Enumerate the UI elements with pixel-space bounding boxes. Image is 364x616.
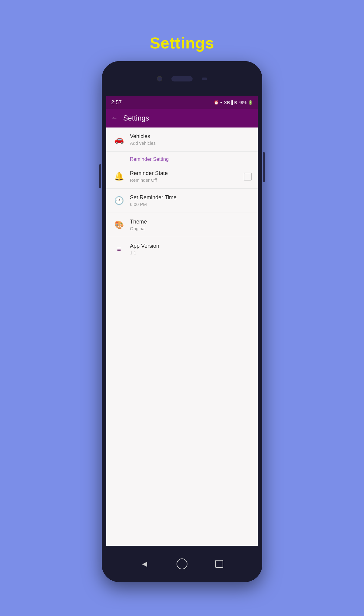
app-version-text: App Version 1.1: [130, 243, 252, 255]
settings-item-theme[interactable]: 🎨 Theme Original: [106, 213, 258, 237]
settings-item-reminder-state[interactable]: 🔔 Reminder State Reminder Off: [106, 164, 258, 189]
front-camera: [157, 76, 162, 81]
side-button-power: [263, 152, 265, 182]
vehicles-title: Vehicles: [130, 133, 252, 140]
palette-icon: 🎨: [112, 220, 126, 230]
recent-square-icon: [215, 560, 223, 568]
page-title: Settings: [150, 34, 214, 52]
status-bar: 2:57 ⏰ ▾ ✕R ▌R 48% 🔋: [106, 96, 258, 109]
settings-item-reminder-time[interactable]: 🕐 Set Reminder Time 6:00 PM: [106, 189, 258, 213]
reminder-state-text: Reminder State Reminder Off: [130, 170, 244, 183]
reminder-state-checkbox[interactable]: [244, 173, 252, 180]
reminder-state-title: Reminder State: [130, 170, 244, 177]
phone-bottom-bezel: ◀: [102, 546, 262, 582]
reminder-section-header: Reminder Setting: [106, 152, 258, 164]
theme-subtitle: Original: [130, 226, 252, 231]
phone-shell: 2:57 ⏰ ▾ ✕R ▌R 48% 🔋 ← Settings 🚗 Vehicl…: [102, 61, 262, 582]
battery-text: 48%: [239, 100, 247, 105]
reminder-time-title: Set Reminder Time: [130, 194, 252, 201]
app-bar: ← Settings: [106, 109, 258, 128]
vehicles-text: Vehicles Add vehicles: [130, 133, 252, 146]
nav-home-button[interactable]: [176, 558, 188, 570]
alarm-icon: ⏰: [214, 100, 219, 105]
battery-icon: 🔋: [248, 100, 253, 105]
signal-bar-icon: ▌R: [231, 100, 237, 105]
settings-content: 🚗 Vehicles Add vehicles Reminder Setting…: [106, 128, 258, 546]
reminder-time-subtitle: 6:00 PM: [130, 202, 252, 207]
clock-icon: 🕐: [112, 196, 126, 205]
list-icon: ≡: [112, 245, 126, 253]
home-circle-icon: [177, 558, 187, 569]
theme-text: Theme Original: [130, 219, 252, 231]
speaker: [171, 76, 193, 81]
status-icons: ⏰ ▾ ✕R ▌R 48% 🔋: [214, 100, 253, 105]
app-version-title: App Version: [130, 243, 252, 249]
nav-back-button[interactable]: ◀: [139, 558, 151, 570]
reminder-state-subtitle: Reminder Off: [130, 177, 244, 183]
screen: 2:57 ⏰ ▾ ✕R ▌R 48% 🔋 ← Settings 🚗 Vehicl…: [106, 96, 258, 546]
bell-icon: 🔔: [112, 172, 126, 181]
app-version-subtitle: 1.1: [130, 250, 252, 255]
nav-recent-button[interactable]: [213, 558, 225, 570]
reminder-time-text: Set Reminder Time 6:00 PM: [130, 194, 252, 207]
vehicles-subtitle: Add vehicles: [130, 141, 252, 146]
side-button-volume: [99, 164, 101, 188]
settings-item-app-version[interactable]: ≡ App Version 1.1: [106, 237, 258, 261]
app-bar-title: Settings: [123, 114, 149, 122]
sensor: [202, 78, 207, 80]
back-button[interactable]: ←: [111, 114, 118, 122]
settings-item-vehicles[interactable]: 🚗 Vehicles Add vehicles: [106, 128, 258, 152]
back-triangle-icon: ◀: [142, 560, 147, 568]
status-time: 2:57: [111, 99, 122, 106]
phone-top-bezel: [102, 61, 262, 96]
wifi-icon: ▾: [220, 100, 222, 105]
theme-title: Theme: [130, 219, 252, 225]
signal-r-icon: ✕R: [224, 100, 230, 105]
vehicle-icon: 🚗: [112, 135, 126, 144]
